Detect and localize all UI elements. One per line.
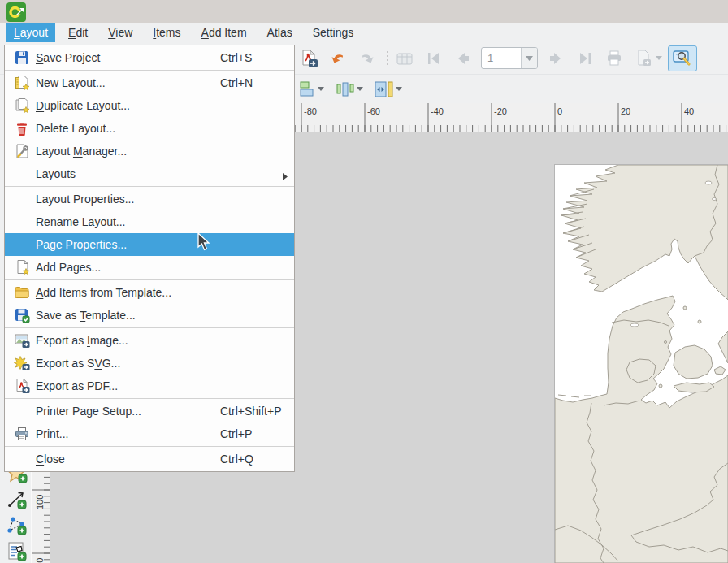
atlas-first-icon <box>424 49 444 68</box>
menu-item-label: Duplicate Layout... <box>36 99 130 112</box>
svg-text:20: 20 <box>621 106 630 116</box>
resize-items-dropdown[interactable] <box>395 78 403 101</box>
menu-item-label: Rename Layout... <box>36 215 126 228</box>
duplicate-layout-icon <box>12 97 32 115</box>
submenu-arrow-icon <box>283 170 288 183</box>
redo-icon <box>358 49 377 68</box>
chevron-down-icon <box>357 87 363 91</box>
menubar-item-settings[interactable]: Settings <box>306 23 362 42</box>
preview-atlas-button[interactable] <box>668 45 697 71</box>
menu-item-label: Layouts <box>36 167 76 180</box>
distribute-items-button[interactable] <box>335 78 356 101</box>
svg-text:-60: -60 <box>367 106 380 116</box>
menu-item-add-pages[interactable]: Add Pages... <box>5 256 294 279</box>
menu-item-label: Print... <box>36 427 68 440</box>
menu-item-export-as-pdf[interactable]: Export as PDF... <box>5 375 294 397</box>
menu-item-shortcut: Ctrl+Shift+P <box>220 405 281 418</box>
export-pdf-button[interactable] <box>297 47 320 70</box>
resize-items-button[interactable] <box>374 78 395 101</box>
svg-text:0: 0 <box>557 106 562 116</box>
combobox-dropdown-button[interactable] <box>521 48 537 68</box>
add-arrow-button[interactable] <box>6 488 28 510</box>
atlas-page-value: 1 <box>482 52 521 64</box>
menu-item-label: Export as SVG... <box>36 357 120 370</box>
menubar-item-edit[interactable]: Edit <box>61 23 95 42</box>
menubar-label: Layout <box>14 26 48 39</box>
menu-item-label: Save Project <box>36 51 100 64</box>
menu-item-print[interactable]: Print... Ctrl+P <box>5 422 294 445</box>
menubar-item-layout[interactable]: Layout <box>6 23 55 42</box>
add-html-button[interactable] <box>6 540 28 562</box>
menu-item-layout-properties[interactable]: Layout Properties... <box>5 188 294 210</box>
menu-item-label: Page Properties... <box>36 238 127 251</box>
export-atlas-dropdown[interactable] <box>655 47 663 70</box>
atlas-last-button[interactable] <box>574 47 596 70</box>
toolbar-separator <box>385 47 390 70</box>
svg-text:-80: -80 <box>304 106 317 116</box>
menu-item-layout-manager[interactable]: Layout Manager... <box>5 140 294 162</box>
menubar-item-items[interactable]: Items <box>145 23 188 42</box>
chevron-down-icon <box>396 87 402 91</box>
folder-icon <box>12 284 32 301</box>
save-icon <box>12 49 32 67</box>
atlas-page-combobox[interactable]: 1 <box>481 47 538 69</box>
mouse-cursor <box>197 232 211 252</box>
map-item <box>555 165 728 563</box>
menu-item-close[interactable]: Close Ctrl+Q <box>5 448 294 470</box>
chevron-down-icon <box>656 56 662 60</box>
layout-page[interactable] <box>555 165 728 563</box>
menu-item-label: Add Items from Template... <box>36 286 171 299</box>
export-atlas-button[interactable] <box>632 47 655 70</box>
undo-button[interactable] <box>327 47 349 70</box>
atlas-settings-button[interactable] <box>393 47 416 70</box>
chevron-down-icon <box>318 87 324 91</box>
atlas-settings-icon <box>395 49 414 68</box>
menu-item-label: New Layout... <box>36 76 106 89</box>
title-bar <box>0 0 728 23</box>
menu-item-shortcut: Ctrl+S <box>220 51 252 64</box>
menu-item-label: Add Pages... <box>36 261 101 274</box>
undo-icon <box>328 49 348 68</box>
print-atlas-button[interactable] <box>603 47 626 70</box>
preview-atlas-icon <box>672 49 693 68</box>
resize-items-icon <box>374 80 395 99</box>
menubar-label: Add Item <box>202 26 247 39</box>
menu-item-new-layout[interactable]: New Layout... Ctrl+N <box>5 71 294 94</box>
menu-separator <box>5 398 294 399</box>
menu-item-rename-layout[interactable]: Rename Layout... <box>5 210 294 233</box>
menu-item-add-items-from-template[interactable]: Add Items from Template... <box>5 281 294 304</box>
menu-separator <box>5 186 294 187</box>
menubar-item-view[interactable]: View <box>101 23 140 42</box>
add-pages-icon <box>12 258 32 276</box>
new-layout-icon <box>12 74 32 92</box>
menu-item-shortcut: Ctrl+Q <box>220 453 254 466</box>
redo-button[interactable] <box>356 47 379 70</box>
atlas-first-button[interactable] <box>422 47 445 70</box>
menu-item-printer-page-setup[interactable]: Printer Page Setup... Ctrl+Shift+P <box>5 400 294 422</box>
menu-item-delete-layout[interactable]: Delete Layout... <box>5 117 294 140</box>
distribute-items-icon <box>335 80 356 99</box>
qgis-logo-icon <box>6 2 26 22</box>
align-items-button[interactable] <box>297 78 317 101</box>
atlas-next-button[interactable] <box>544 47 567 70</box>
menu-item-export-as-image[interactable]: Export as Image... <box>5 329 294 352</box>
atlas-prev-button[interactable] <box>452 47 474 70</box>
menu-separator <box>5 279 294 280</box>
print-icon <box>12 425 32 443</box>
add-node-item-icon <box>6 514 28 536</box>
menu-item-label: Layout Properties... <box>36 193 134 206</box>
atlas-prev-icon <box>453 49 473 68</box>
add-node-item-button[interactable] <box>6 514 28 536</box>
menubar-item-atlas[interactable]: Atlas <box>260 23 300 42</box>
menu-item-save-as-template[interactable]: Save as Template... <box>5 304 294 327</box>
distribute-items-dropdown[interactable] <box>356 78 364 101</box>
align-items-dropdown[interactable] <box>317 78 325 101</box>
menu-item-layouts[interactable]: Layouts <box>5 162 294 185</box>
menu-item-page-properties[interactable]: Page Properties... <box>5 233 294 256</box>
menu-item-duplicate-layout[interactable]: Duplicate Layout... <box>5 94 294 117</box>
menu-item-save-project[interactable]: Save Project Ctrl+S <box>5 46 294 69</box>
menu-item-export-as-svg[interactable]: Export as SVG... <box>5 352 294 375</box>
menubar-item-add-item[interactable]: Add Item <box>194 23 254 42</box>
menubar-label: Atlas <box>267 26 292 39</box>
svg-text:100: 100 <box>35 495 45 509</box>
